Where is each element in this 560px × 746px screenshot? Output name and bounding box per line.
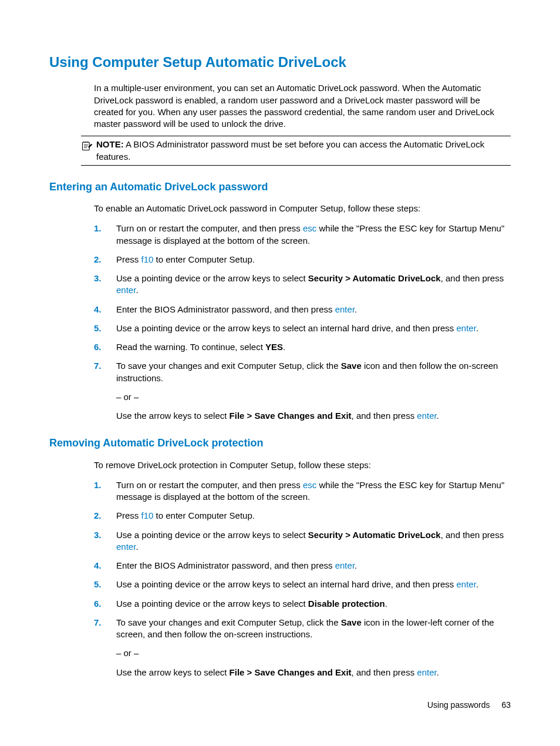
step-text: . bbox=[385, 599, 387, 609]
step: Use a pointing device or the arrow keys … bbox=[94, 322, 511, 334]
step-text: , and then press bbox=[441, 273, 504, 283]
bold-save: Save bbox=[341, 361, 362, 371]
bold-save: Save bbox=[341, 617, 362, 627]
menu-path: File > Save Changes and Exit bbox=[230, 667, 352, 677]
page-content: Using Computer Setup Automatic DriveLock… bbox=[0, 0, 560, 746]
step-text: . bbox=[476, 579, 478, 589]
keycap-f10: f10 bbox=[141, 510, 154, 520]
step-text: Read the warning. To continue, select bbox=[116, 342, 265, 352]
step-text: Enter the BIOS Administrator password, a… bbox=[116, 304, 335, 314]
intro-paragraph: In a multiple-user environment, you can … bbox=[94, 82, 511, 130]
step-text: Use a pointing device or the arrow keys … bbox=[116, 599, 308, 609]
section2-intro: To remove DriveLock protection in Comput… bbox=[94, 459, 511, 471]
step-text: . bbox=[136, 542, 138, 552]
note-box: NOTE: A BIOS Administrator password must… bbox=[81, 136, 511, 166]
page-number: 63 bbox=[501, 700, 511, 710]
section2-heading: Removing Automatic DriveLock protection bbox=[49, 436, 511, 450]
step-text: Use the arrow keys to select bbox=[116, 411, 230, 421]
step: Read the warning. To continue, select YE… bbox=[94, 341, 511, 353]
bold-yes: YES bbox=[265, 342, 283, 352]
step: To save your changes and exit Computer S… bbox=[94, 617, 511, 678]
menu-path: File > Save Changes and Exit bbox=[230, 411, 352, 421]
keycap-f10: f10 bbox=[141, 254, 154, 264]
keycap-enter: enter bbox=[457, 323, 476, 333]
note-icon bbox=[81, 140, 94, 154]
menu-path: Security > Automatic DriveLock bbox=[308, 530, 441, 540]
step-text: Press bbox=[116, 510, 141, 520]
step-alt: Use the arrow keys to select File > Save… bbox=[116, 667, 511, 678]
keycap-enter: enter bbox=[335, 304, 355, 314]
step-text: , and then press bbox=[441, 530, 504, 540]
step-text: Use a pointing device or the arrow keys … bbox=[116, 579, 457, 589]
bold-disable: Disable protection bbox=[308, 599, 385, 609]
section1-steps: Turn on or restart the computer, and the… bbox=[94, 223, 511, 422]
step-text: Turn on or restart the computer, and the… bbox=[116, 223, 303, 233]
step-text: Press bbox=[116, 254, 141, 264]
keycap-enter: enter bbox=[335, 560, 355, 570]
section2-steps: Turn on or restart the computer, and the… bbox=[94, 479, 511, 678]
step: Press f10 to enter Computer Setup. bbox=[94, 510, 511, 522]
step-text: . bbox=[355, 304, 357, 314]
step: Use a pointing device or the arrow keys … bbox=[94, 529, 511, 553]
section1-intro: To enable an Automatic DriveLock passwor… bbox=[94, 203, 511, 214]
step-text: . bbox=[437, 411, 439, 421]
step: Press f10 to enter Computer Setup. bbox=[94, 254, 511, 266]
keycap-enter: enter bbox=[116, 285, 136, 295]
step: Enter the BIOS Administrator password, a… bbox=[94, 304, 511, 315]
step-text: to enter Computer Setup. bbox=[153, 254, 255, 264]
step: To save your changes and exit Computer S… bbox=[94, 360, 511, 422]
step-text: Use a pointing device or the arrow keys … bbox=[116, 323, 457, 333]
step-text: . bbox=[136, 285, 138, 295]
step-text: To save your changes and exit Computer S… bbox=[116, 617, 341, 627]
note-label: NOTE: bbox=[96, 139, 124, 149]
step-text: , and then press bbox=[352, 667, 417, 677]
step-or: – or – bbox=[116, 391, 511, 403]
step: Enter the BIOS Administrator password, a… bbox=[94, 560, 511, 572]
step-or: – or – bbox=[116, 647, 511, 659]
step-text: to enter Computer Setup. bbox=[153, 510, 255, 520]
page-footer: Using passwords 63 bbox=[427, 700, 511, 711]
note-body: A BIOS Administrator password must be se… bbox=[96, 139, 484, 161]
step-text: Use a pointing device or the arrow keys … bbox=[116, 273, 308, 283]
step-text: . bbox=[437, 667, 439, 677]
keycap-esc: esc bbox=[303, 223, 316, 233]
keycap-enter: enter bbox=[457, 579, 476, 589]
keycap-esc: esc bbox=[303, 480, 316, 490]
step: Turn on or restart the computer, and the… bbox=[94, 223, 511, 247]
step-alt: Use the arrow keys to select File > Save… bbox=[116, 410, 511, 422]
menu-path: Security > Automatic DriveLock bbox=[308, 273, 441, 283]
keycap-enter: enter bbox=[417, 411, 436, 421]
step-text: . bbox=[355, 560, 357, 570]
step: Turn on or restart the computer, and the… bbox=[94, 479, 511, 503]
step-text: . bbox=[283, 342, 285, 352]
section1-heading: Entering an Automatic DriveLock password bbox=[49, 180, 511, 194]
step-text: Enter the BIOS Administrator password, a… bbox=[116, 560, 335, 570]
note-text: NOTE: A BIOS Administrator password must… bbox=[96, 139, 511, 163]
step-text: Turn on or restart the computer, and the… bbox=[116, 480, 303, 490]
step-text: , and then press bbox=[352, 411, 417, 421]
step: Use a pointing device or the arrow keys … bbox=[94, 273, 511, 297]
step: Use a pointing device or the arrow keys … bbox=[94, 579, 511, 590]
main-heading: Using Computer Setup Automatic DriveLock bbox=[49, 53, 511, 72]
keycap-enter: enter bbox=[116, 542, 136, 552]
step-text: Use a pointing device or the arrow keys … bbox=[116, 530, 308, 540]
keycap-enter: enter bbox=[417, 667, 436, 677]
step-text: To save your changes and exit Computer S… bbox=[116, 361, 341, 371]
step-text: . bbox=[476, 323, 478, 333]
footer-section-label: Using passwords bbox=[427, 700, 490, 710]
step: Use a pointing device or the arrow keys … bbox=[94, 598, 511, 610]
step-text: Use the arrow keys to select bbox=[116, 667, 230, 677]
